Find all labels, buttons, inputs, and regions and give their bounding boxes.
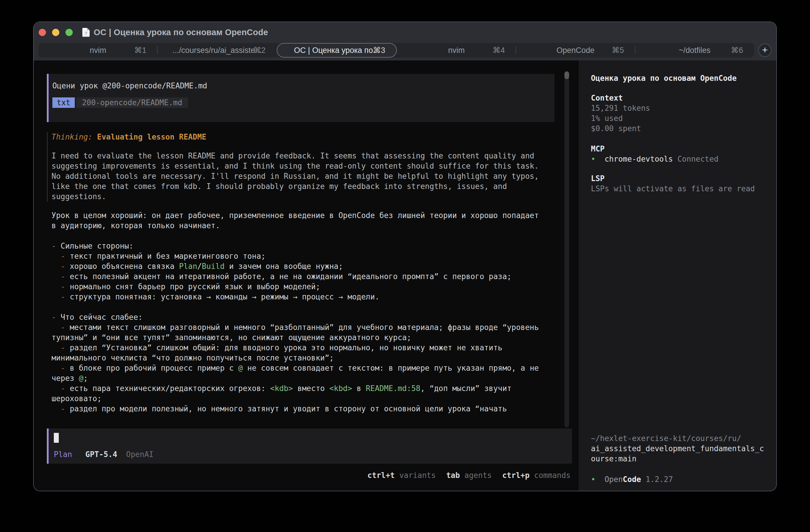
tab-shortcut: ⌘3 — [373, 46, 385, 55]
model-row: Plan GPT-5.4 OpenAI — [54, 449, 153, 460]
thinking-block: Thinking: Evaluating lesson README I nee… — [47, 132, 539, 202]
response-line: минимального чеклиста “что должно получи… — [51, 353, 539, 363]
minimize-button[interactable] — [52, 29, 59, 36]
response-line — [51, 231, 539, 241]
context-item: 15,291 tokens — [591, 103, 771, 113]
keybind-hint-variants: ctrl+t variants — [368, 471, 436, 480]
response-line: Урок в целом хороший: он дает рабочее, п… — [51, 211, 539, 221]
response-line: - раздел про модели полезный, но немного… — [51, 404, 539, 414]
response-line: тупизны” и “они все тупят” запоминаются,… — [51, 333, 539, 343]
tab-nvim[interactable]: nvim⌘4 — [397, 43, 516, 57]
window-content: Оцени урок @200-opencode/README.md txt 2… — [34, 61, 776, 491]
model-name[interactable]: GPT-5.4 — [85, 450, 117, 459]
transcript-scrollbar[interactable] — [564, 71, 569, 427]
thinking-line: suggesting improvements is essential, an… — [51, 161, 539, 171]
new-tab-button[interactable]: + — [758, 44, 772, 57]
tab-courses-ru-ai-assiste[interactable]: .../courses/ru/ai_assiste...⌘2 — [157, 43, 276, 57]
attachment-type-badge: txt — [52, 97, 75, 108]
response-line: - есть полезный акцент на итеративной ра… — [51, 271, 539, 282]
document-icon-glyph: ? — [85, 31, 87, 35]
context-heading: Context — [591, 93, 771, 103]
tab-shortcut: ⌘1 — [134, 46, 146, 55]
tab-label: OpenCode — [556, 46, 595, 55]
workspace-path: ~/hexlet-exercise-kit/courses/ru/ai_assi… — [591, 433, 771, 464]
attachment-path-chip: 200-opencode/README.md — [76, 97, 188, 108]
agent-mode-label[interactable]: Plan — [54, 450, 72, 459]
traffic-lights — [34, 29, 73, 36]
close-button[interactable] — [39, 29, 46, 36]
user-message-panel: Оцени урок @200-opencode/README.md txt 2… — [47, 74, 554, 122]
tab-strip: nvim⌘1.../courses/ru/ai_assiste...⌘2OC |… — [38, 43, 754, 57]
thinking-line: No additional tools are necessary. I'll … — [51, 171, 539, 181]
tab-label: ~/dotfiles — [679, 46, 711, 55]
user-message-text: Оцени урок @200-opencode/README.md — [52, 81, 549, 91]
scrollbar-thumb[interactable] — [564, 71, 569, 79]
keybind-hint-commands: ctrl+p commands — [502, 471, 570, 480]
tab-label: OC | Оценка урока по... — [294, 46, 379, 55]
response-line: - раздел “Установка” слишком общий: для … — [51, 343, 539, 353]
title-bar: ? OC | Оценка урока по основам OpenCode — [34, 22, 776, 43]
mcp-server-status: Connected — [677, 155, 718, 163]
response-line: - местами текст слишком разговорный и не… — [51, 322, 539, 333]
attachment-row: txt 200-opencode/README.md — [52, 97, 549, 108]
tab-label: nvim — [90, 46, 106, 55]
version-number: 1.2.27 — [646, 475, 673, 484]
window-title: OC | Оценка урока по основам OpenCode — [94, 28, 268, 37]
thinking-label: Thinking: — [51, 133, 93, 141]
response-line: - Сильные стороны: — [51, 241, 539, 251]
tab-shortcut: ⌘6 — [731, 46, 743, 55]
response-line: шероховато; — [51, 394, 539, 404]
context-item: $0.00 spent — [591, 123, 771, 134]
response-line: - структура понятная: установка → команд… — [51, 292, 539, 302]
tab-label: .../courses/ru/ai_assiste... — [173, 46, 262, 55]
zoom-button[interactable] — [65, 29, 73, 36]
response-line: - в блоке про рабочий процесс пример с @… — [51, 363, 539, 373]
mcp-server-row: • chrome-devtools Connected — [591, 154, 771, 164]
lsp-note: LSPs will activate as files are read — [591, 184, 771, 194]
keybind-status-bar: ctrl+t variantstab agentsctrl+p commands — [368, 471, 570, 480]
response-line: в аудиторию, которая только начинает. — [51, 221, 539, 231]
brand-open: Open — [604, 475, 623, 484]
terminal-window: ? OC | Оценка урока по основам OpenCode … — [33, 21, 777, 491]
response-line — [51, 302, 539, 312]
session-title: Оценка урока по основам OpenCode — [591, 74, 771, 83]
response-line: через @; — [51, 373, 539, 383]
response-line: - хорошо объяснена связка Plan/Build и з… — [51, 261, 539, 271]
tab-shortcut: ⌘2 — [254, 46, 266, 55]
mcp-status-dot: • — [591, 155, 596, 163]
tab-nvim[interactable]: nvim⌘1 — [38, 43, 157, 57]
tab-shortcut: ⌘4 — [492, 46, 505, 55]
thinking-title: Evaluating lesson README — [97, 133, 207, 141]
workspace-path-line: ai_assisted_development_fundamentals_c — [591, 444, 771, 454]
thinking-line: suggestions. — [51, 192, 539, 202]
version-status-dot: • — [591, 475, 596, 484]
brand-code: Code — [623, 475, 641, 484]
lsp-heading: LSP — [591, 173, 771, 184]
tab-bar: nvim⌘1.../courses/ru/ai_assiste...⌘2OC |… — [34, 43, 776, 61]
keybind-hint-agents: tab agents — [446, 471, 492, 480]
version-row: • OpenCode 1.2.27 — [591, 475, 771, 485]
response-line: - текст практичный и без маркетингового … — [51, 251, 539, 261]
tab-oc-оценка-урока-по[interactable]: OC | Оценка урока по...⌘3 — [277, 43, 397, 57]
prompt-input[interactable]: Plan GPT-5.4 OpenAI — [47, 429, 572, 464]
workspace-path-line: ourse:main — [591, 454, 771, 464]
tab-shortcut: ⌘5 — [612, 46, 624, 55]
workspace-path-line: ~/hexlet-exercise-kit/courses/ru/ — [591, 433, 771, 444]
assistant-response: Урок в целом хороший: он дает рабочее, п… — [51, 211, 539, 414]
thinking-body: I need to evaluate the lesson README and… — [51, 151, 539, 202]
response-line: - Что сейчас слабее: — [51, 312, 539, 322]
tab-dotfiles[interactable]: ~/dotfiles⌘6 — [635, 43, 754, 57]
tab-opencode[interactable]: OpenCode⌘5 — [516, 43, 635, 57]
document-icon: ? — [82, 28, 90, 37]
lsp-section: LSP LSPs will activate as files are read — [591, 173, 771, 194]
text-cursor — [54, 433, 59, 443]
mcp-heading: MCP — [591, 144, 771, 154]
context-items: 15,291 tokens1% used$0.00 spent — [591, 103, 771, 134]
thinking-line: I need to evaluate the lesson README and… — [51, 151, 539, 161]
tab-label: nvim — [448, 46, 465, 55]
context-section: Context 15,291 tokens1% used$0.00 spent — [591, 93, 771, 134]
thinking-line: like the one that comes from kdb. I shou… — [51, 181, 539, 192]
session-sidebar: Оценка урока по основам OpenCode Context… — [579, 61, 776, 491]
context-item: 1% used — [591, 113, 771, 123]
mcp-server-name: chrome-devtools — [604, 155, 673, 163]
